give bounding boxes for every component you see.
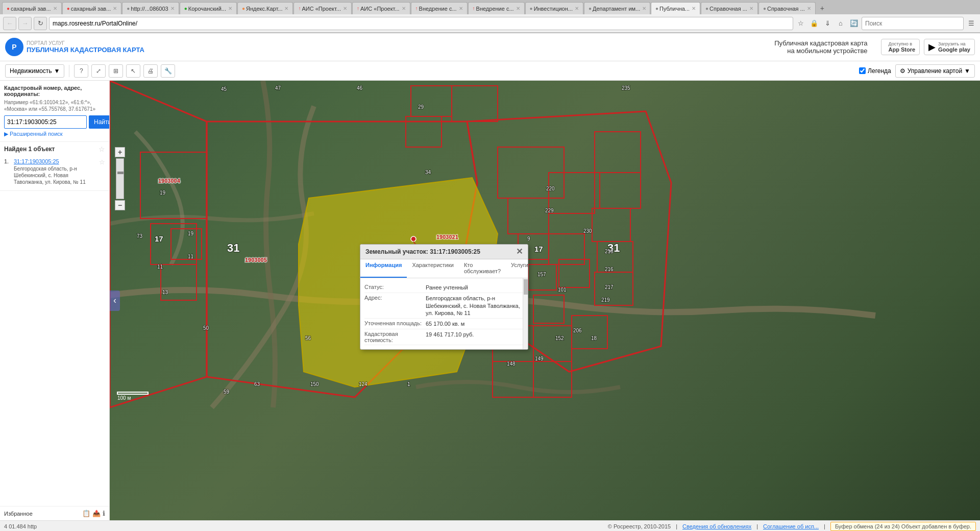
bookmark-icon[interactable]: ☆: [795, 18, 806, 29]
tab-5[interactable]: ● Яндекс.Карт... ✕: [237, 2, 293, 14]
popup-tab-services[interactable]: Услуги: [506, 259, 533, 278]
tab-11-close[interactable]: ✕: [642, 6, 646, 11]
legend-checkbox-label[interactable]: Легенда: [859, 67, 891, 75]
map-area[interactable]: 100 м 1903004 1903005 1903021 31 31 17 1…: [110, 81, 980, 520]
popup-header: Земельный участок: 31:17:1903005:25 ✕: [360, 245, 528, 259]
zoom-controls: + −: [115, 147, 125, 210]
result-star-icon[interactable]: ☆: [99, 158, 105, 166]
scrollbar-thumb[interactable]: [524, 279, 528, 295]
download-icon[interactable]: ⇓: [822, 18, 833, 29]
popup-tabs: Информация Характеристики Кто обслуживае…: [360, 259, 528, 278]
tab-7[interactable]: ↑ АИС «Проект... ✕: [352, 2, 410, 14]
popup-tab-info[interactable]: Информация: [360, 259, 407, 278]
back-button[interactable]: ←: [3, 17, 16, 30]
search-results: Найден 1 объект ☆ 1. 31:17:1903005:25 Бе…: [0, 142, 109, 191]
menu-icon[interactable]: ☰: [966, 18, 977, 29]
new-tab-button[interactable]: +: [816, 2, 828, 14]
cadastral-search-input[interactable]: [4, 115, 87, 129]
zoom-in-button[interactable]: +: [115, 147, 125, 157]
tab-6[interactable]: ↑ АИС «Проект... ✕: [293, 2, 352, 14]
print-button[interactable]: 🖨: [143, 64, 158, 78]
tab-12[interactable]: ● Публична... ✕: [651, 2, 700, 14]
address-bar[interactable]: [49, 17, 793, 30]
popup-title: Земельный участок: 31:17:1903005:25: [365, 248, 480, 255]
tab-bar: ● сахарный зав... ✕ ● сахарный зав... ✕ …: [0, 0, 980, 14]
tab-8-close[interactable]: ✕: [459, 6, 463, 11]
header-title: Публичная кадастровая картана мобильном …: [774, 39, 867, 55]
tab-3-close[interactable]: ✕: [170, 6, 175, 11]
info-label-address: Адрес:: [364, 295, 426, 301]
results-star-icon[interactable]: ☆: [99, 145, 105, 153]
info-row-status: Статус: Ранее учтенный: [364, 282, 524, 293]
advanced-search-link[interactable]: ▶ Расширенный поиск: [4, 131, 105, 137]
tab-10-close[interactable]: ✕: [575, 6, 579, 11]
result-link[interactable]: 31:17:1903005:25: [14, 158, 96, 164]
tab-9[interactable]: ↑ Внедрение с... ✕: [468, 2, 525, 14]
separator2: |: [756, 523, 758, 529]
search-label: Кадастровый номер, адрес, координаты:: [4, 85, 105, 97]
result-item[interactable]: 1. 31:17:1903005:25 Белгородская область…: [4, 156, 105, 187]
googleplay-button[interactable]: ▶ Загрузить на Google play: [924, 39, 975, 55]
tab-5-close[interactable]: ✕: [284, 6, 288, 11]
forward-button[interactable]: →: [18, 17, 32, 30]
toolbar-separator-1: [69, 65, 69, 77]
legend-checkbox[interactable]: [859, 67, 866, 74]
tab-4[interactable]: ● Корочанский... ✕: [180, 2, 237, 14]
fullscreen-button[interactable]: ⤢: [91, 64, 106, 78]
logo-icon: Р: [5, 38, 23, 56]
sync-icon[interactable]: 🔄: [848, 18, 860, 29]
portal-label: ПОРТАЛ УСЛУГ: [27, 40, 144, 46]
tools-button[interactable]: 🔧: [161, 64, 175, 78]
status-bar: 4 01.484 http © Росреестр, 2010-2015 | С…: [0, 520, 980, 531]
results-header: Найден 1 объект ☆: [4, 145, 105, 153]
appstore-button[interactable]: Доступно в App Store: [881, 39, 920, 55]
tab-1[interactable]: ● сахарный зав... ✕: [2, 2, 62, 14]
copyright-text: © Росреестр, 2010-2015: [608, 523, 671, 529]
map-nav-arrow-left[interactable]: ‹: [110, 291, 120, 311]
export-favorite-icon[interactable]: 📤: [92, 510, 101, 517]
tab-1-close[interactable]: ✕: [53, 6, 57, 11]
tab-13-close[interactable]: ✕: [749, 6, 753, 11]
manage-map-arrow: ▼: [964, 67, 970, 75]
fav-info-icon[interactable]: ℹ: [103, 510, 105, 517]
update-link[interactable]: Сведения об обновлениях: [682, 523, 751, 529]
buffer-note: Объект добавлен в буфер.: [901, 523, 971, 529]
find-button[interactable]: Найти: [89, 115, 110, 129]
tab-2-close[interactable]: ✕: [113, 6, 117, 11]
status-coords: 4 01.484 http: [4, 523, 603, 529]
tab-14[interactable]: ● Справочная ... ✕: [758, 2, 816, 14]
tab-8[interactable]: ↑ Внедрение с... ✕: [411, 2, 468, 14]
tab-4-close[interactable]: ✕: [228, 6, 232, 11]
agreement-link[interactable]: Соглашение об исп...: [763, 523, 819, 529]
search-input[interactable]: [862, 17, 964, 30]
question-button[interactable]: ?: [74, 64, 88, 78]
sidebar: Кадастровый номер, адрес, координаты: На…: [0, 81, 110, 520]
tab-6-close[interactable]: ✕: [343, 6, 347, 11]
app-store-btns: Доступно в App Store ▶ Загрузить на Goog…: [881, 39, 975, 55]
reload-button[interactable]: ↻: [34, 17, 47, 30]
add-favorite-icon[interactable]: 📋: [82, 510, 90, 517]
tab-7-close[interactable]: ✕: [402, 6, 406, 11]
tab-9-close[interactable]: ✕: [516, 6, 520, 11]
zoom-extent-button[interactable]: ⊞: [109, 64, 123, 78]
popup-scrollbar[interactable]: [523, 278, 528, 349]
manage-map-button[interactable]: ⚙ Управление картой ▼: [895, 64, 975, 78]
tab-3[interactable]: ● http://...086003 ✕: [122, 2, 179, 14]
tab-13[interactable]: ● Справочная ... ✕: [701, 2, 758, 14]
tab-11[interactable]: ● Департамент им... ✕: [584, 2, 650, 14]
shield-icon[interactable]: 🔒: [808, 18, 820, 29]
tab-2[interactable]: ● сахарный зав... ✕: [62, 2, 122, 14]
popup-tab-service[interactable]: Кто обслуживает?: [459, 259, 506, 278]
sidebar-search: Кадастровый номер, адрес, координаты: На…: [0, 81, 109, 142]
info-label-status: Статус:: [364, 284, 426, 290]
zoom-out-button[interactable]: −: [115, 200, 125, 210]
appstore-text: Доступно в App Store: [888, 41, 915, 53]
tab-14-close[interactable]: ✕: [807, 6, 811, 11]
tab-12-close[interactable]: ✕: [692, 6, 696, 11]
select-button[interactable]: ↖: [126, 64, 140, 78]
property-dropdown[interactable]: Недвижимость ▼: [5, 64, 64, 78]
popup-close-button[interactable]: ✕: [516, 248, 523, 256]
tab-10[interactable]: ● Инвестицион... ✕: [525, 2, 583, 14]
popup-tab-characteristics[interactable]: Характеристики: [407, 259, 459, 278]
home-icon[interactable]: ⌂: [835, 18, 846, 29]
